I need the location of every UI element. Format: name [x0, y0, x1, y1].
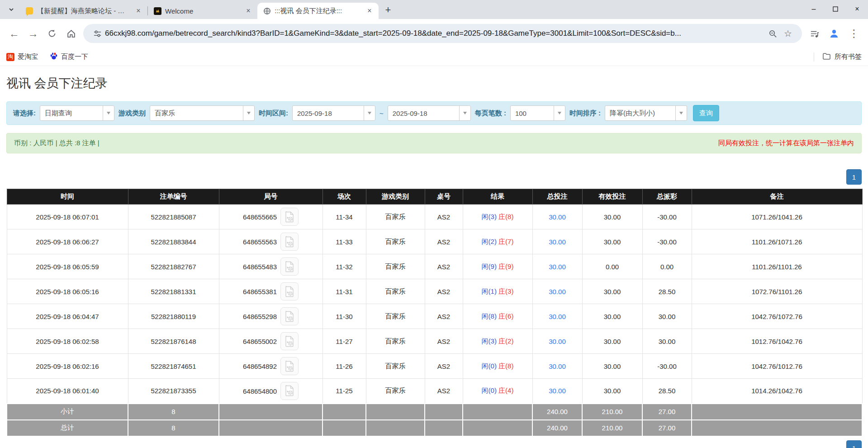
- zoom-icon[interactable]: [765, 26, 780, 41]
- cell-valid-bet: 30.00: [582, 304, 642, 329]
- profile-avatar[interactable]: [825, 24, 844, 43]
- sort-select[interactable]: 降幂(由大到小): [605, 105, 687, 121]
- total-bet-link[interactable]: 30.00: [549, 362, 566, 370]
- maximize-icon: [833, 6, 838, 12]
- reload-button[interactable]: [43, 24, 62, 43]
- video-record-button[interactable]: [280, 208, 299, 226]
- footer-cell: [366, 420, 425, 436]
- cell-valid-bet: 0.00: [582, 254, 642, 279]
- game-type-select[interactable]: 百家乐: [150, 105, 255, 121]
- total-bet-link[interactable]: 30.00: [549, 263, 566, 271]
- all-bookmarks-label: 所有书签: [835, 52, 862, 61]
- cell-bet-id: 522821882767: [128, 254, 219, 279]
- total-bet-link[interactable]: 30.00: [549, 338, 566, 345]
- cell-round: 648655665: [219, 205, 323, 229]
- tab-search-button[interactable]: [5, 3, 18, 16]
- video-record-button[interactable]: [280, 257, 299, 276]
- bookmark-taobao[interactable]: 淘 爱淘宝: [6, 52, 38, 61]
- pagination-page-1[interactable]: 1: [846, 169, 862, 185]
- new-tab-button[interactable]: +: [381, 3, 395, 17]
- query-type-select[interactable]: 日期查询: [40, 105, 114, 121]
- footer-cell: 210.00: [582, 404, 642, 420]
- round-number: 648655483: [243, 263, 277, 271]
- column-header: 有效投注: [582, 189, 642, 205]
- site-settings-icon[interactable]: [90, 26, 105, 41]
- cell-round: 648654892: [219, 354, 323, 379]
- cell-total-bet: 30.00: [532, 279, 582, 304]
- cell-total-bet: 30.00: [532, 379, 582, 404]
- cell-payout: 28.50: [642, 279, 692, 304]
- search-button[interactable]: 查询: [693, 105, 719, 121]
- cell-round: 648655381: [219, 279, 323, 304]
- minimize-button[interactable]: –: [803, 0, 825, 18]
- total-bet-link[interactable]: 30.00: [549, 288, 566, 295]
- cell-time: 2025-09-18 06:07:01: [7, 205, 128, 229]
- cell-game-type: 百家乐: [366, 379, 425, 404]
- subtotal-row: 小计8240.00210.0027.00: [7, 404, 862, 420]
- bookmark-baidu[interactable]: 百度一下: [50, 52, 88, 62]
- bookmark-star-icon[interactable]: ☆: [780, 26, 796, 41]
- table-footer: 小计8240.00210.0027.00总计8240.00210.0027.00: [7, 404, 862, 436]
- pagination-page-1-bottom[interactable]: 1: [846, 440, 862, 448]
- cell-time: 2025-09-18 06:05:59: [7, 254, 128, 279]
- column-header: 总投注: [532, 189, 582, 205]
- globe-icon: [263, 7, 271, 15]
- tab-forum[interactable]: 【新提醒】海燕策略论坛 - 综合 ×: [20, 3, 147, 19]
- video-record-button[interactable]: [280, 233, 299, 251]
- footer-cell: 210.00: [582, 420, 642, 436]
- total-bet-link[interactable]: 30.00: [549, 238, 566, 246]
- url-bar[interactable]: 66cxkj98.com/game/betrecord_search/kind3…: [83, 24, 802, 43]
- footer-cell: 总计: [7, 420, 128, 436]
- sort-label: 时间排序 :: [569, 109, 601, 118]
- url-text[interactable]: 66cxkj98.com/game/betrecord_search/kind3…: [105, 29, 765, 38]
- column-header: 备注: [692, 189, 862, 205]
- table-row: 2025-09-18 06:05:16522821881331648655381…: [7, 279, 862, 304]
- maximize-button[interactable]: [825, 0, 846, 18]
- chevron-down-icon: [8, 6, 14, 13]
- cell-note: 1042.76/1072.76: [692, 304, 862, 329]
- forward-button[interactable]: →: [24, 24, 43, 43]
- cell-valid-bet: 30.00: [582, 229, 642, 254]
- total-bet-link[interactable]: 30.00: [549, 313, 566, 320]
- total-bet-link[interactable]: 30.00: [549, 387, 566, 395]
- sort-value: 降幂(由大到小): [610, 109, 655, 118]
- footer-cell: [692, 404, 862, 420]
- tab-bet-records[interactable]: :::视讯 会员下注纪录::: ×: [257, 3, 379, 19]
- column-header: 结果: [463, 189, 532, 205]
- round-number: 648655381: [243, 288, 277, 295]
- cell-game-type: 百家乐: [366, 254, 425, 279]
- back-button[interactable]: ←: [5, 24, 24, 43]
- close-tab-icon[interactable]: ×: [365, 6, 374, 15]
- date-end-value: 2025-09-18: [393, 110, 427, 117]
- footer-cell: [323, 420, 366, 436]
- cell-result: 闲(0) 庄(8): [463, 354, 532, 379]
- taobao-icon: 淘: [6, 53, 14, 61]
- filter-panel: 请选择: 日期查询 游戏类别 百家乐 时间区间: 2025-09-18 ~ 20…: [6, 101, 862, 125]
- video-record-button[interactable]: [280, 307, 299, 325]
- notice-text: 同局有效投注，统一计算在该局第一张注单内: [718, 139, 854, 148]
- video-record-button[interactable]: [280, 282, 299, 300]
- menu-kebab-icon[interactable]: ⋮: [844, 24, 863, 43]
- total-bet-link[interactable]: 30.00: [549, 213, 566, 221]
- chevron-down-icon: [459, 106, 470, 120]
- close-tab-icon[interactable]: ×: [244, 6, 253, 15]
- video-record-button[interactable]: [280, 332, 299, 350]
- all-bookmarks-button[interactable]: 所有书签: [814, 52, 862, 62]
- table-row: 2025-09-18 06:02:58522821876148648655002…: [7, 329, 862, 354]
- video-record-button[interactable]: [280, 382, 299, 400]
- date-end-select[interactable]: 2025-09-18: [388, 105, 471, 121]
- cell-valid-bet: 30.00: [582, 329, 642, 354]
- tab-title: Welcome: [165, 7, 240, 15]
- tab-welcome[interactable]: Welcome ×: [148, 3, 257, 19]
- video-record-button[interactable]: [280, 357, 299, 375]
- date-start-select[interactable]: 2025-09-18: [292, 105, 375, 121]
- close-window-button[interactable]: ×: [846, 0, 868, 18]
- close-tab-icon[interactable]: ×: [134, 6, 143, 15]
- media-controls-icon[interactable]: [805, 24, 824, 43]
- cell-table: AS2: [425, 279, 463, 304]
- cell-bet-id: 522821883844: [128, 229, 219, 254]
- home-button[interactable]: [62, 24, 81, 43]
- cell-total-bet: 30.00: [532, 329, 582, 354]
- page-size-select[interactable]: 100: [510, 105, 565, 121]
- folder-icon: [822, 52, 831, 62]
